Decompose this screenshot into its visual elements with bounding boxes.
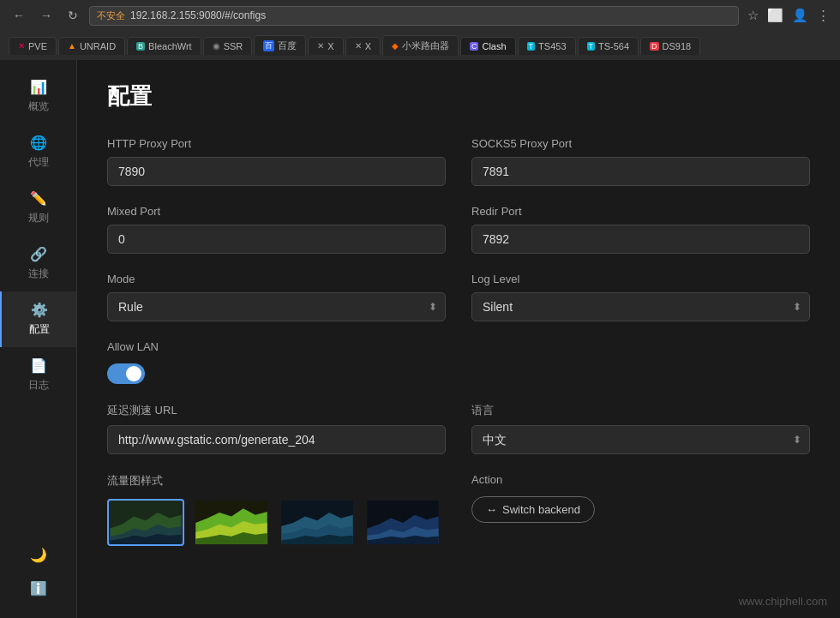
- baidu-favicon: 百: [263, 40, 274, 51]
- profile-icon[interactable]: 👤: [790, 6, 810, 25]
- rules-icon: ✏️: [30, 190, 47, 207]
- pve-favicon: ✕: [18, 41, 25, 51]
- mode-label: Mode: [107, 273, 446, 285]
- overview-icon: 📊: [30, 79, 47, 95]
- log-level-select[interactable]: Silent Error Warning Info Debug: [471, 292, 810, 321]
- tab-ds918[interactable]: D DS918: [640, 37, 700, 55]
- tab-xiaomi[interactable]: ◆ 小米路由器: [382, 35, 459, 56]
- allow-lan-toggle[interactable]: [107, 363, 145, 384]
- sidebar-item-proxy[interactable]: 🌐 代理: [0, 124, 76, 180]
- watermark: www.chiphell.com: [739, 595, 827, 608]
- tab-x2[interactable]: ✕ X: [345, 37, 381, 55]
- latency-url-label: 延迟测速 URL: [107, 403, 446, 418]
- form-group-action: Action ↔ Switch backend: [471, 473, 810, 546]
- redir-port-label: Redir Port: [471, 205, 810, 218]
- tab-baidu[interactable]: 百 百度: [254, 35, 306, 56]
- xiaomi-favicon: ◆: [392, 41, 399, 51]
- form-row-mixed-redir: Mixed Port Redir Port: [107, 205, 810, 254]
- mode-select[interactable]: Rule Global Direct: [107, 292, 446, 321]
- unraid-favicon: ▲: [68, 41, 76, 51]
- tab-ts453-label: TS453: [538, 41, 566, 51]
- main-layout: 📊 概览 🌐 代理 ✏️ 规则 🔗 连接 ⚙️ 配置 📄 日志 🌙: [0, 60, 840, 618]
- latency-url-input[interactable]: [107, 425, 446, 454]
- tab-pve[interactable]: ✕ PVE: [9, 37, 57, 55]
- clash-favicon: C: [470, 42, 479, 51]
- action-label: Action: [471, 473, 810, 486]
- tab-x1-label: X: [327, 41, 333, 51]
- tab-unraid[interactable]: ▲ UNRAID: [58, 37, 125, 55]
- sidebar-label-logs: 日志: [28, 378, 49, 393]
- chart-thumb-3[interactable]: [279, 499, 356, 546]
- switch-backend-icon: ↔: [486, 503, 497, 516]
- config-icon: ⚙️: [31, 302, 48, 318]
- chart-thumb-4[interactable]: [364, 499, 441, 546]
- sidebar-item-info[interactable]: ℹ️: [0, 572, 76, 605]
- tab-ssr[interactable]: ◉ SSR: [203, 37, 253, 55]
- form-group-traffic-style: 流量图样式: [107, 473, 446, 546]
- socks5-proxy-port-input[interactable]: [471, 157, 810, 186]
- redir-port-input[interactable]: [471, 225, 810, 254]
- address-text: 192.168.2.155:9080/#/configs: [130, 9, 266, 21]
- security-warning: 不安全: [97, 9, 125, 22]
- logs-icon: 📄: [30, 357, 47, 374]
- form-group-redir-port: Redir Port: [471, 205, 810, 254]
- mixed-port-label: Mixed Port: [107, 205, 446, 218]
- form-group-language: 语言 中文 English: [471, 403, 810, 454]
- allow-lan-section: Allow LAN: [107, 340, 810, 384]
- mixed-port-input[interactable]: [107, 225, 446, 254]
- tab-pve-label: PVE: [28, 41, 47, 51]
- traffic-style-label: 流量图样式: [107, 473, 446, 489]
- tab-ts564-label: TS-564: [598, 41, 629, 51]
- toggle-container: [107, 363, 810, 384]
- extensions-icon[interactable]: ⬜: [765, 6, 785, 25]
- tab-clash[interactable]: C Clash: [460, 37, 516, 55]
- form-group-latency-url: 延迟测速 URL: [107, 403, 446, 454]
- sidebar-item-connections[interactable]: 🔗 连接: [0, 236, 76, 291]
- sidebar-label-rules: 规则: [28, 211, 49, 225]
- chart-thumb-1[interactable]: [107, 499, 184, 546]
- http-proxy-port-input[interactable]: [107, 157, 446, 186]
- tab-x2-label: X: [365, 41, 371, 51]
- tab-xiaomi-label: 小米路由器: [402, 39, 449, 52]
- switch-backend-label: Switch backend: [502, 503, 580, 516]
- tab-bleachwrt[interactable]: B BleachWrt: [127, 37, 201, 55]
- form-row-mode-log: Mode Rule Global Direct Log Level Silent…: [107, 273, 810, 321]
- form-group-mixed-port: Mixed Port: [107, 205, 446, 254]
- form-row-latency-lang: 延迟测速 URL 语言 中文 English: [107, 403, 810, 454]
- reload-button[interactable]: ↻: [63, 7, 82, 24]
- chart-thumb-2[interactable]: [193, 499, 270, 546]
- address-bar[interactable]: 不安全 192.168.2.155:9080/#/configs: [89, 6, 739, 26]
- allow-lan-label: Allow LAN: [107, 340, 810, 353]
- sidebar-item-overview[interactable]: 📊 概览: [0, 69, 76, 124]
- forward-button[interactable]: →: [36, 7, 57, 24]
- sidebar-item-rules[interactable]: ✏️ 规则: [0, 180, 76, 236]
- form-group-socks5-port: SOCKS5 Proxy Port: [471, 137, 810, 186]
- sidebar-item-config[interactable]: ⚙️ 配置: [0, 291, 76, 347]
- sidebar-bottom: 🌙 ℹ️: [0, 538, 76, 618]
- switch-backend-button[interactable]: ↔ Switch backend: [471, 496, 595, 523]
- tab-ts564[interactable]: T TS-564: [578, 37, 639, 55]
- sidebar-item-theme[interactable]: 🌙: [0, 538, 76, 572]
- toggle-slider: [107, 363, 145, 384]
- tab-ssr-label: SSR: [224, 41, 243, 51]
- nav-icons: ☆ ⬜ 👤 ⋮: [746, 6, 831, 25]
- sidebar-item-logs[interactable]: 📄 日志: [0, 347, 76, 403]
- info-icon: ℹ️: [30, 580, 47, 597]
- bleachwrt-favicon: B: [136, 42, 145, 51]
- form-row-traffic-action: 流量图样式: [107, 473, 810, 546]
- proxy-icon: 🌐: [30, 135, 47, 151]
- tab-ds918-label: DS918: [663, 41, 692, 51]
- tab-x1[interactable]: ✕ X: [308, 37, 343, 55]
- x2-favicon: ✕: [355, 41, 362, 51]
- language-label: 语言: [471, 403, 810, 418]
- back-button[interactable]: ←: [9, 7, 29, 24]
- language-select[interactable]: 中文 English: [471, 425, 810, 454]
- sidebar-label-connections: 连接: [28, 267, 49, 281]
- tab-ts453[interactable]: T TS453: [518, 37, 576, 55]
- tab-clash-label: Clash: [482, 41, 506, 51]
- browser-chrome: ← → ↻ 不安全 192.168.2.155:9080/#/configs ☆…: [0, 0, 840, 60]
- menu-icon[interactable]: ⋮: [815, 6, 831, 25]
- bookmark-icon[interactable]: ☆: [746, 6, 760, 25]
- ts453-favicon: T: [527, 42, 536, 51]
- tabs-bar: ✕ PVE ▲ UNRAID B BleachWrt ◉ SSR 百 百度 ✕ …: [0, 31, 840, 60]
